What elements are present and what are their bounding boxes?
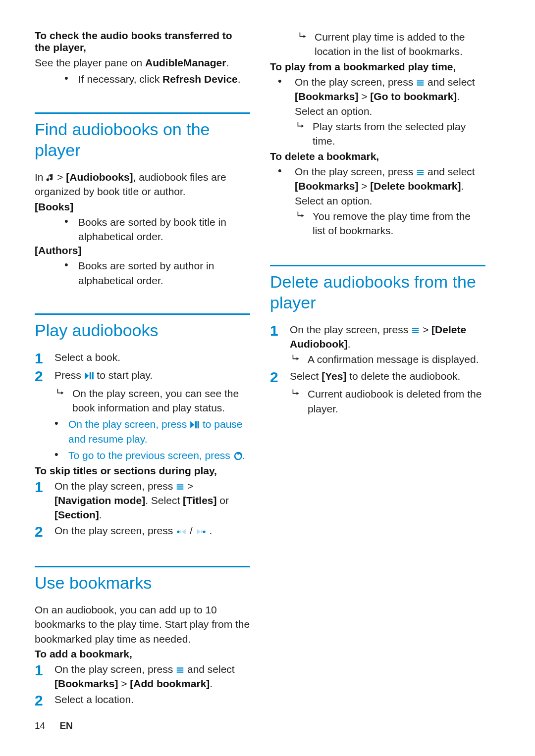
step-text: On the play screen, press and select [Bo… — [54, 662, 250, 691]
step-number: 2 — [35, 692, 54, 709]
text: > — [184, 480, 193, 492]
delete-bookmark-label: [Delete bookmark] — [370, 180, 461, 192]
step-number: 2 — [35, 368, 54, 385]
text: If necessary, click — [78, 73, 162, 85]
bookmarks-heading: Use bookmarks — [35, 572, 250, 594]
intro-title: To check the audio books transferred to … — [35, 30, 250, 53]
text: > — [358, 180, 370, 192]
back-icon — [233, 452, 242, 460]
add-step-1: 1 On the play screen, press and select [… — [35, 662, 250, 691]
play-step-2: 2 Press to start play. — [35, 368, 250, 385]
play-pause-icon — [84, 372, 94, 380]
bookmarks-label: [Bookmarks] — [54, 678, 118, 689]
play-step-1: 1 Select a book. — [35, 350, 250, 367]
text: To go to the previous screen, press — [68, 450, 233, 461]
text: A confirmation message is displayed. — [308, 353, 479, 365]
text: . — [99, 509, 102, 520]
step-text: Select a location. — [54, 692, 250, 706]
text: Current audiobook is deleted from the pl… — [308, 388, 482, 414]
text: Select — [290, 370, 321, 382]
next-icon — [196, 528, 207, 535]
language-code: EN — [59, 720, 72, 731]
step-number: 1 — [35, 662, 54, 679]
text: On the play screen, press — [68, 418, 190, 430]
result-arrow-icon — [297, 211, 305, 219]
navigation-mode-label: [Navigation mode] — [54, 495, 145, 506]
result-arrow-icon — [292, 389, 300, 397]
add-bookmark-label: [Add bookmark] — [130, 678, 210, 689]
text: and select — [184, 663, 235, 675]
play-pause-icon — [190, 421, 200, 429]
step-text: On the play screen, press > [Navigation … — [54, 479, 250, 522]
step-number: 1 — [35, 350, 54, 367]
delete-audiobooks-heading: Delete audiobooks from the player — [270, 271, 485, 313]
result-arrow-icon — [299, 32, 307, 40]
footer: 14 EN — [35, 720, 73, 731]
result-arrow-icon — [56, 388, 64, 396]
bookmarks-label: [Bookmarks] — [295, 91, 358, 102]
menu-icon — [416, 169, 425, 176]
playfrom-result: Play starts from the selected play time. — [295, 119, 485, 149]
refresh-device-label: Refresh Device — [162, 73, 238, 85]
text: > — [54, 171, 66, 183]
text: and select — [425, 166, 475, 177]
text: > — [118, 678, 130, 689]
text: > — [420, 324, 431, 335]
add-bookmark-title: To add a bookmark, — [35, 648, 250, 660]
add-result: Current play time is added to the locati… — [297, 30, 485, 59]
audiobooks-menu-label: [Audiobooks] — [66, 171, 133, 183]
text: Play starts from the selected play time. — [313, 121, 466, 147]
delete-bullet: On the play screen, press and select [Bo… — [270, 164, 485, 208]
del-step-2: 2 Select [Yes] to delete the audiobook. — [270, 369, 485, 386]
menu-icon — [416, 79, 425, 87]
text: to start play. — [94, 369, 153, 381]
play-result: On the play screen, you can see the book… — [54, 386, 250, 415]
step-number: 2 — [270, 369, 290, 386]
step-number: 1 — [270, 322, 290, 340]
left-column: To check the audio books transferred to … — [35, 30, 250, 736]
bookmarks-label: [Bookmarks] — [295, 180, 358, 192]
del-step-2-result: Current audiobook is deleted from the pl… — [290, 387, 485, 416]
authors-bullet: Books are sorted by author in alphabetic… — [64, 258, 250, 288]
titles-label: [Titles] — [183, 495, 216, 506]
result-arrow-icon — [292, 354, 300, 362]
refresh-bullet: If necessary, click Refresh Device. — [64, 72, 250, 86]
skip-step-1: 1 On the play screen, press > [Navigatio… — [35, 479, 250, 522]
find-heading: Find audiobooks on the player — [35, 119, 250, 161]
audiblemanager-label: AudibleManager — [145, 57, 226, 68]
text: See the player pane on — [35, 57, 145, 68]
text: . — [242, 450, 245, 461]
step-text: On the play screen, press > [Delete Audi… — [290, 322, 485, 352]
rule — [270, 265, 485, 266]
intro-line: See the player pane on AudibleManager. — [35, 55, 250, 70]
del-step-1-result: A confirmation message is displayed. — [290, 352, 485, 366]
text: Press — [54, 369, 84, 381]
step-text: Select [Yes] to delete the audiobook. — [290, 369, 485, 383]
text: . Select — [145, 495, 183, 506]
result-arrow-icon — [297, 121, 305, 129]
text: to delete the audiobook. — [346, 370, 460, 382]
play-heading: Play audiobooks — [35, 320, 250, 341]
delete-bookmark-title: To delete a bookmark, — [270, 151, 485, 162]
authors-label: [Authors] — [35, 245, 250, 256]
text: / — [187, 525, 196, 536]
step-number: 1 — [35, 479, 54, 496]
text: and select — [425, 76, 475, 88]
text: . — [348, 338, 351, 350]
books-bullet: Books are sorted by book title in alphab… — [64, 215, 250, 244]
text: On the play screen, press — [295, 76, 416, 88]
yes-label: [Yes] — [321, 370, 346, 382]
del-step-1: 1 On the play screen, press > [Delete Au… — [270, 322, 485, 352]
rule — [35, 112, 250, 114]
text: > — [358, 91, 370, 102]
text: On the play screen, you can see the book… — [72, 388, 239, 413]
goto-bookmark-label: [Go to bookmark] — [370, 91, 457, 102]
step-text: Press to start play. — [54, 368, 250, 382]
text: or — [217, 495, 229, 506]
step-number: 2 — [35, 523, 54, 541]
find-intro: In > [Audiobooks], audiobook files are o… — [35, 170, 250, 199]
step-text: Select a book. — [54, 350, 250, 364]
playfrom-title: To play from a bookmarked play time, — [270, 61, 485, 73]
skip-title: To skip titles or sections during play, — [35, 465, 250, 477]
play-sub-2: To go to the previous screen, press . — [54, 448, 250, 462]
